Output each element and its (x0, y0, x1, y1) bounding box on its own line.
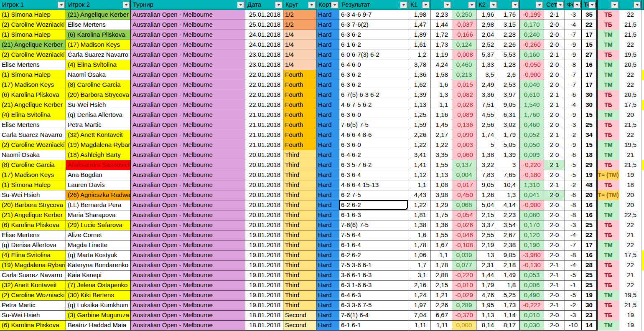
cell-total-line[interactable]: 20,5 (619, 60, 642, 70)
cell-tournament[interactable]: Australian Open - Melbourne (131, 200, 245, 210)
cell-player2[interactable]: Su-Wei Hsieh (66, 100, 131, 110)
cell-k1-close[interactable]: 2,15 (430, 280, 452, 291)
cell-court[interactable]: Hard (316, 130, 339, 140)
cell-court[interactable]: Hard (316, 100, 339, 110)
cell-total-line[interactable]: 21 (619, 270, 642, 280)
cell-total-line[interactable]: 20 (619, 190, 642, 200)
cell-player2[interactable]: (30) Kiki Bertens (66, 291, 131, 301)
cell-date[interactable]: 21.01.2018 (245, 110, 283, 120)
cell-k1-close[interactable]: 2,23 (430, 10, 452, 20)
cell-sets[interactable]: 2-0 (544, 200, 565, 210)
cell-date[interactable]: 23.01.2018 (245, 60, 283, 70)
cell-tournament[interactable]: Australian Open - Melbourne (131, 311, 245, 321)
cell-k2-open[interactable]: 2,15 (476, 210, 498, 220)
cell-player2[interactable]: (3) Garbine Muguruza (66, 311, 131, 321)
cell-court[interactable]: Hard (316, 70, 339, 80)
cell-k1-close[interactable]: 1,75 (430, 210, 452, 220)
cell-player1[interactable]: Elise Mertens (0, 120, 66, 130)
cell-player1[interactable]: (1) Simona Halep (0, 30, 66, 40)
cell-player2[interactable]: (q) Marta Kostyuk (66, 250, 131, 260)
cell-k2-delta[interactable]: -0,260 (520, 40, 544, 50)
cell-tournament[interactable]: Australian Open - Melbourne (131, 20, 245, 30)
cell-total-line[interactable]: 19 (619, 321, 642, 331)
filter-dropdown-icon[interactable] (512, 1, 519, 8)
cell-tournament[interactable]: Australian Open - Melbourne (131, 130, 245, 140)
cell-k2-delta[interactable]: 1,310 (520, 180, 544, 190)
cell-player1[interactable]: Carla Suarez Navarro (0, 130, 66, 140)
cell-k1-open[interactable]: 7,04 (408, 311, 430, 321)
cell-court[interactable]: Hard (316, 210, 339, 220)
cell-total-line[interactable]: 22 (619, 80, 642, 90)
cell-k2-delta[interactable]: -0,050 (520, 60, 544, 70)
cell-k1-close[interactable]: 1,1 (430, 100, 452, 110)
cell-player1[interactable]: Su-Wei Hsieh (0, 311, 66, 321)
cell-player1[interactable]: (6) Karolina Pliskova (0, 321, 66, 331)
cell-player2[interactable]: (20) Barbora Strycova (66, 90, 131, 100)
cell-total-pick[interactable]: Т= (ТМ) (597, 170, 619, 180)
cell-player1[interactable]: (8) Caroline Garcia (0, 160, 66, 170)
cell-court[interactable]: Hard (316, 160, 339, 170)
cell-total-games[interactable]: 25 (582, 220, 597, 230)
cell-round[interactable]: Third (283, 301, 316, 311)
cell-k2-delta[interactable]: 0,240 (520, 30, 544, 40)
cell-k2-delta[interactable]: -0,222 (520, 301, 544, 311)
cell-k2-delta[interactable]: 0,009 (520, 150, 544, 160)
cell-player2[interactable]: (17) Madison Keys (66, 40, 131, 50)
cell-total-games[interactable]: 18 (582, 150, 597, 160)
cell-total-games[interactable]: 17 (582, 80, 597, 90)
cell-total-line[interactable]: 21,5 (619, 160, 642, 170)
cell-total-games[interactable]: 16 (582, 60, 597, 70)
cell-player1[interactable]: (4) Elina Svitolina (0, 110, 66, 120)
cell-total-pick[interactable]: ТБ (597, 120, 619, 130)
filter-dropdown-icon[interactable] (611, 1, 618, 8)
cell-date[interactable]: 20.01.2018 (245, 180, 283, 190)
cell-total-games[interactable]: 48 (582, 180, 597, 190)
cell-handicap[interactable]: -2 (565, 301, 582, 311)
cell-k1-delta[interactable]: 0,000 (452, 321, 476, 331)
cell-date[interactable]: 20.01.2018 (245, 210, 283, 220)
cell-total-pick[interactable]: ТБ (597, 90, 619, 100)
cell-round[interactable]: Second (283, 311, 316, 321)
cell-k1-close[interactable]: 3,98 (430, 190, 452, 200)
cell-k2-close[interactable]: 9,05 (498, 100, 520, 110)
cell-total-line[interactable]: 21,5 (619, 30, 642, 40)
cell-sets[interactable]: 2-0 (544, 70, 565, 80)
cell-total-games[interactable]: 17 (582, 70, 597, 80)
cell-total-pick[interactable]: ТБ (597, 311, 619, 321)
cell-k1-delta[interactable]: 0,068 (452, 200, 476, 210)
cell-k2-open[interactable]: 5,04 (476, 200, 498, 210)
cell-sets[interactable]: 2-1 (544, 260, 565, 270)
cell-court[interactable]: Hard (316, 311, 339, 321)
cell-k2-delta[interactable]: 0,490 (520, 291, 544, 301)
cell-tournament[interactable]: Australian Open - Melbourne (131, 60, 245, 70)
cell-result[interactable]: 6-2 6-2 (339, 200, 408, 210)
cell-round[interactable]: Third (283, 200, 316, 210)
cell-sets[interactable]: 2-0 (544, 170, 565, 180)
cell-result[interactable]: 6-1 6-1 (339, 321, 408, 331)
cell-total-games[interactable]: 25 (582, 120, 597, 130)
cell-court[interactable]: Hard (316, 301, 339, 311)
cell-player1[interactable]: (17) Madison Keys (0, 80, 66, 90)
cell-k1-delta[interactable]: -0,136 (452, 120, 476, 130)
cell-total-games[interactable]: 17 (582, 240, 597, 250)
cell-k2-open[interactable]: 1,26 (476, 190, 498, 200)
cell-k1-open[interactable]: 1,36 (408, 70, 430, 80)
cell-result[interactable]: 6-3 3-6 7-5 (339, 301, 408, 311)
cell-k2-close[interactable]: 2,26 (498, 40, 520, 50)
cell-k2-delta[interactable]: 0,160 (520, 50, 544, 60)
cell-result[interactable]: 6-3 7-6(2) (339, 20, 408, 30)
cell-player1[interactable]: (2) Caroline Wozniacki (0, 291, 66, 301)
cell-date[interactable]: 19.01.2018 (245, 260, 283, 270)
cell-handicap[interactable]: -6 (565, 190, 582, 200)
cell-total-games[interactable]: 30 (582, 90, 597, 100)
cell-player1[interactable]: (21) Angelique Kerber (0, 210, 66, 220)
cell-k2-close[interactable]: 6,31 (498, 110, 520, 120)
cell-sets[interactable]: 2-1 (544, 100, 565, 110)
cell-result[interactable]: 6-4 6-3 (339, 291, 408, 301)
cell-player1[interactable]: (1) Simona Halep (0, 70, 66, 80)
cell-k2-close[interactable]: 5,53 (498, 50, 520, 60)
cell-handicap[interactable]: -8 (565, 60, 582, 70)
cell-round[interactable]: Third (283, 210, 316, 220)
cell-k2-close[interactable]: 2,53 (498, 80, 520, 90)
cell-player1[interactable]: (21) Angelique Kerber (0, 100, 66, 110)
